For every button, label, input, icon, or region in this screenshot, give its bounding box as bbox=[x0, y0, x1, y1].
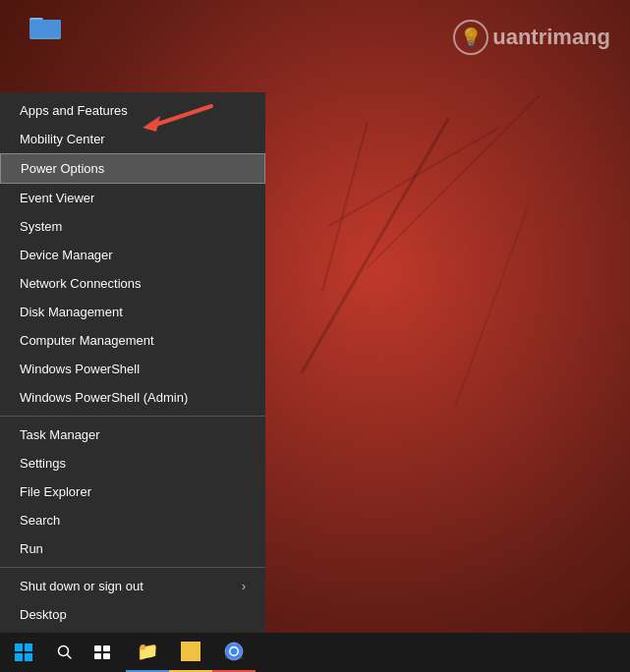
task-view-button[interactable] bbox=[83, 633, 122, 672]
menu-label: Network Connections bbox=[20, 276, 142, 291]
svg-rect-10 bbox=[103, 653, 110, 659]
taskbar-app-list: 📁 bbox=[122, 633, 630, 672]
context-menu: Apps and Features Mobility Center Power … bbox=[0, 92, 265, 633]
menu-item-computer-management[interactable]: Computer Management bbox=[0, 326, 265, 355]
svg-line-6 bbox=[68, 655, 72, 659]
menu-item-windows-powershell-admin[interactable]: Windows PowerShell (Admin) bbox=[0, 383, 265, 412]
svg-point-13 bbox=[231, 648, 238, 655]
menu-label: Task Manager bbox=[20, 427, 100, 442]
menu-item-event-viewer[interactable]: Event Viewer bbox=[0, 184, 265, 212]
watermark-text: uantrimang bbox=[492, 25, 610, 50]
menu-label: Disk Management bbox=[20, 305, 123, 319]
menu-label: Apps and Features bbox=[20, 103, 128, 118]
taskbar-app-sticky-notes[interactable] bbox=[169, 633, 212, 672]
menu-item-shut-down-or-sign-out[interactable]: Shut down or sign out › bbox=[0, 572, 265, 600]
taskbar-app-chrome[interactable] bbox=[212, 633, 256, 672]
menu-label: Search bbox=[20, 513, 60, 528]
menu-item-settings[interactable]: Settings bbox=[0, 449, 265, 477]
menu-item-apps-and-features[interactable]: Apps and Features bbox=[0, 96, 265, 125]
taskbar-search-button[interactable] bbox=[47, 633, 83, 672]
taskbar-app-file-explorer[interactable]: 📁 bbox=[126, 633, 169, 672]
svg-rect-9 bbox=[94, 653, 101, 659]
svg-rect-7 bbox=[94, 645, 101, 651]
menu-label: Computer Management bbox=[20, 333, 154, 348]
chevron-right-icon: › bbox=[242, 580, 246, 593]
menu-label: Desktop bbox=[20, 607, 67, 622]
menu-label: Device Manager bbox=[20, 248, 113, 262]
menu-label: Windows PowerShell (Admin) bbox=[20, 390, 188, 405]
menu-item-search[interactable]: Search bbox=[0, 506, 265, 534]
menu-label: File Explorer bbox=[20, 484, 91, 499]
menu-item-file-explorer[interactable]: File Explorer bbox=[0, 477, 265, 506]
menu-item-device-manager[interactable]: Device Manager bbox=[0, 241, 265, 269]
watermark: 💡 uantrimang bbox=[453, 20, 610, 55]
desktop-folder-icon bbox=[29, 12, 61, 43]
menu-item-mobility-center[interactable]: Mobility Center bbox=[0, 125, 265, 153]
taskbar: 📁 bbox=[0, 633, 630, 672]
menu-label: Run bbox=[20, 541, 43, 556]
menu-label: Event Viewer bbox=[20, 191, 94, 205]
watermark-icon: 💡 bbox=[453, 20, 488, 55]
menu-item-disk-management[interactable]: Disk Management bbox=[0, 298, 265, 326]
menu-item-network-connections[interactable]: Network Connections bbox=[0, 269, 265, 298]
menu-label: Settings bbox=[20, 456, 66, 471]
menu-item-run[interactable]: Run bbox=[0, 534, 265, 563]
menu-separator-1 bbox=[0, 416, 265, 417]
menu-item-task-manager[interactable]: Task Manager bbox=[0, 420, 265, 449]
menu-label: Shut down or sign out bbox=[20, 579, 143, 593]
svg-rect-2 bbox=[29, 20, 61, 37]
menu-label: Windows PowerShell bbox=[20, 362, 140, 376]
menu-label: Mobility Center bbox=[20, 132, 105, 146]
menu-label: System bbox=[20, 219, 62, 234]
menu-item-windows-powershell[interactable]: Windows PowerShell bbox=[0, 355, 265, 383]
menu-item-power-options[interactable]: Power Options bbox=[0, 153, 265, 184]
menu-item-desktop[interactable]: Desktop bbox=[0, 600, 265, 629]
svg-rect-8 bbox=[103, 645, 110, 651]
menu-label: Power Options bbox=[21, 161, 104, 176]
menu-item-system[interactable]: System bbox=[0, 212, 265, 241]
menu-separator-2 bbox=[0, 567, 265, 568]
windows-logo-icon bbox=[15, 644, 32, 661]
start-button[interactable] bbox=[0, 633, 47, 672]
